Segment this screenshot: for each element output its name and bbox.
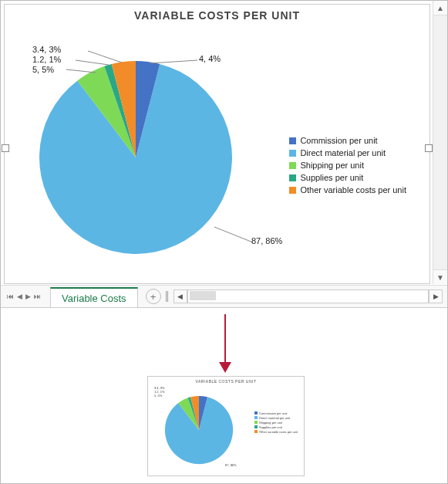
resize-handle-left[interactable]: [2, 144, 9, 152]
legend-label: Other variable costs per unit: [300, 185, 406, 195]
legend-label: Direct material per unit: [300, 148, 386, 157]
swatch-icon: [289, 162, 296, 169]
nav-first-icon[interactable]: ⏮: [7, 293, 14, 300]
sheet-tab-bar: ⏮ ◀ ▶ ⏭ Variable Costs + ◀ ▶: [1, 285, 447, 307]
chart-object[interactable]: VARIABLE COSTS PER UNIT: [4, 4, 430, 284]
scroll-right-icon[interactable]: ▶: [429, 289, 443, 303]
data-label-direct[interactable]: 87, 86%: [251, 236, 282, 245]
excel-workbook-pane: VARIABLE COSTS PER UNIT: [1, 1, 447, 308]
sheet-nav-buttons: ⏮ ◀ ▶ ⏭: [1, 293, 47, 300]
add-sheet-button[interactable]: +: [146, 289, 161, 304]
legend-label: Supplies per unit: [300, 173, 363, 182]
scroll-thumb[interactable]: [190, 291, 216, 300]
horizontal-scrollbar[interactable]: ◀ ▶: [166, 289, 443, 303]
sheet-tab-active[interactable]: Variable Costs: [50, 287, 138, 307]
scroll-down-icon[interactable]: ▼: [433, 269, 447, 284]
thumbnail-chart: VARIABLE COSTS PER UNIT 3.4, 3% 1.2, 1% …: [147, 376, 305, 476]
thumb-lbl-shipping: 5, 5%: [154, 394, 162, 398]
legend-item-shipping[interactable]: Shipping per unit: [289, 159, 406, 171]
data-label-supplies[interactable]: 1.2, 1%: [32, 55, 61, 64]
legend-item-other[interactable]: Other variable costs per unit: [289, 184, 406, 196]
legend-item-commission[interactable]: Commission per unit: [289, 134, 406, 147]
thumbnail-legend: Commission per unit Direct material per …: [254, 411, 298, 434]
thumbnail-pie: [153, 383, 245, 472]
data-label-shipping[interactable]: 5, 5%: [32, 65, 54, 74]
scroll-up-icon[interactable]: ▲: [433, 1, 447, 15]
data-label-other[interactable]: 3.4, 3%: [32, 45, 61, 54]
splitter-handle-icon[interactable]: [166, 291, 169, 302]
legend-label: Shipping per unit: [300, 161, 364, 170]
sheet-tab-label: Variable Costs: [62, 293, 126, 304]
resize-handle-right[interactable]: [425, 144, 433, 152]
nav-last-icon[interactable]: ⏭: [34, 293, 41, 300]
swatch-icon: [289, 187, 296, 194]
swatch-icon: [289, 150, 296, 157]
nav-next-icon[interactable]: ▶: [25, 293, 31, 300]
data-label-commission[interactable]: 4, 4%: [199, 54, 221, 63]
scroll-left-icon[interactable]: ◀: [173, 289, 187, 303]
legend-item-direct[interactable]: Direct material per unit: [289, 147, 406, 159]
swatch-icon: [289, 137, 296, 144]
chart-title[interactable]: VARIABLE COSTS PER UNIT: [5, 5, 429, 22]
chart-legend[interactable]: Commission per unit Direct material per …: [289, 134, 406, 196]
annotation-arrow-head-icon: [219, 362, 231, 373]
legend-label: Commission per unit: [300, 136, 377, 145]
pie-plot-area: 4, 4% 87, 86% 5, 5% 1.2, 1% 3.4, 3% Comm…: [5, 26, 429, 283]
scroll-track[interactable]: [187, 289, 429, 303]
swatch-icon: [289, 174, 296, 181]
nav-prev-icon[interactable]: ◀: [17, 293, 22, 300]
legend-item-supplies[interactable]: Supplies per unit: [289, 171, 406, 184]
screenshot-frame: VARIABLE COSTS PER UNIT: [0, 0, 448, 484]
plus-icon: +: [150, 291, 157, 303]
vertical-scrollbar[interactable]: ▲ ▼: [433, 1, 447, 284]
annotation-arrow: [224, 314, 226, 364]
thumb-lbl-direct: 87, 86%: [225, 463, 237, 467]
